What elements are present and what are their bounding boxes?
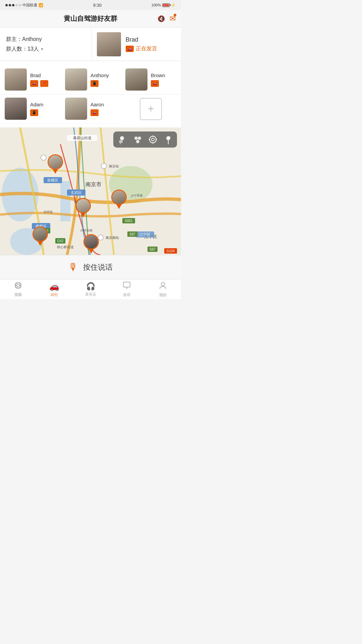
pin-face-1 (49, 155, 62, 169)
member-icons-brad: 🚗 🚩 (30, 80, 48, 87)
nav-item-travel[interactable]: 🚗 出行 (36, 279, 72, 299)
member-cell-aaron[interactable]: Aaron 🚗 (60, 94, 121, 123)
dot1 (5, 4, 8, 6)
dot5 (19, 4, 21, 6)
pin-triangle-1 (53, 169, 58, 174)
car-icon-brown: 🚗 (151, 80, 159, 87)
car-icon-brad: 🚗 (30, 80, 38, 87)
avatar-image-brad (5, 68, 27, 91)
svg-point-9 (101, 163, 107, 169)
speaker-avatar-image (97, 32, 121, 56)
nav-item-chat[interactable]: 会话 (109, 279, 145, 299)
member-cell-brown[interactable]: Brown 🚗 (121, 65, 181, 94)
speaker-status: 🚗 正在发言 (126, 45, 157, 52)
carrier-label: 中国联通 (22, 3, 37, 8)
mail-icon[interactable]: ✉ (170, 14, 176, 23)
member-icons-brown: 🚗 (151, 80, 165, 87)
chevron-down-icon[interactable]: ▾ (41, 46, 43, 52)
member-avatar-brown (125, 68, 147, 91)
battery-percent: 100% (152, 3, 161, 7)
members-grid: Brad 🚗 🚩 Anthony 📱 (0, 65, 181, 123)
nav-label-chat: 会话 (123, 292, 130, 297)
pin-avatar-5 (83, 234, 99, 250)
page-title: 黄山自驾游好友群 (64, 14, 117, 23)
map-pin-2[interactable] (111, 190, 127, 209)
member-info-adam: Adam 📱 (30, 102, 43, 116)
map-pin-4[interactable] (33, 226, 48, 246)
nav-label-me: 我的 (159, 292, 167, 298)
member-avatar-adam (5, 98, 27, 120)
member-avatar-brad (5, 68, 27, 91)
map-container[interactable]: 幕府山街道 南京北站 南京站 鼓楼区 玄武区 秦淮 南京市 建邺区 江宁区 江宁… (0, 127, 181, 255)
add-member-button[interactable]: + (140, 98, 162, 120)
map-ctrl-person-pin[interactable] (116, 133, 128, 146)
svg-text:G104: G104 (167, 249, 175, 253)
svg-point-53 (15, 283, 17, 285)
member-cell-adam[interactable]: Adam 📱 (0, 94, 60, 123)
svg-text:S87: S87 (129, 232, 135, 236)
avatar-image-aaron (65, 98, 87, 120)
member-icons-anthony: 📱 (90, 80, 109, 87)
group-count-label: 群人数：13人 ▾ (6, 46, 85, 53)
pin-triangle-4 (38, 241, 43, 246)
nav-item-video[interactable]: 视频 (0, 279, 36, 299)
pin-avatar-2 (111, 190, 127, 205)
status-right: 100% ⚡ (152, 3, 176, 7)
avatar-image-brown (125, 68, 147, 91)
mail-notification-dot (174, 14, 176, 16)
battery-fill (163, 4, 169, 6)
map-pin-1[interactable] (48, 154, 63, 174)
push-to-talk-bar[interactable]: 🎙 按住说话 (0, 255, 181, 279)
pin-face-4 (34, 227, 47, 241)
music-icon: 🎧 (86, 282, 95, 291)
bolt-icon: ⚡ (171, 3, 176, 7)
map-pin-5[interactable] (83, 234, 99, 254)
svg-text:江宁区: 江宁区 (139, 232, 150, 236)
svg-point-41 (119, 140, 122, 143)
member-cell-brad[interactable]: Brad 🚗 🚩 (0, 65, 60, 94)
nav-label-video: 视频 (14, 292, 22, 297)
dot2 (9, 4, 11, 6)
member-info-brad: Brad 🚗 🚩 (30, 72, 48, 87)
speaker-name: Brad (126, 36, 157, 43)
map-ctrl-group[interactable] (131, 133, 143, 146)
nav-label-travel: 出行 (51, 292, 58, 297)
map-pin-3[interactable] (75, 198, 91, 217)
mute-icon[interactable]: 🔇 (158, 15, 165, 22)
status-bar: 中国联通 📶 9:30 100% ⚡ (0, 0, 181, 10)
group-owner-label: 群主：Anthony (6, 36, 85, 43)
dot3 (12, 4, 14, 6)
svg-point-40 (120, 136, 124, 140)
member-name-anthony: Anthony (90, 72, 109, 78)
avatar-image-anthony (65, 68, 87, 91)
svg-text:S87: S87 (149, 248, 156, 251)
flag-icon-brad: 🚩 (40, 80, 48, 87)
svg-text:南京市: 南京市 (85, 181, 102, 187)
group-info-bar: 群主：Anthony 群人数：13人 ▾ Brad 🚗 正在发言 (0, 28, 181, 61)
svg-text:内环东路: 内环东路 (80, 229, 93, 232)
car-icon-aaron: 🚗 (90, 109, 99, 116)
pin-face-5 (84, 235, 98, 249)
svg-point-43 (138, 137, 141, 140)
phone-icon-anthony: 📱 (90, 80, 99, 87)
map-ctrl-flag-person[interactable] (162, 133, 174, 146)
member-avatar-anthony (65, 68, 87, 91)
member-cell-anthony[interactable]: Anthony 📱 (60, 65, 121, 94)
member-name-brown: Brown (151, 72, 165, 78)
member-name-brad: Brad (30, 72, 48, 78)
bottom-nav: 视频 🚗 出行 🎧 音乐云 会话 我的 (0, 279, 181, 299)
svg-text:南京南站: 南京南站 (106, 236, 119, 239)
nav-item-me[interactable]: 我的 (145, 279, 181, 299)
svg-point-46 (152, 138, 154, 141)
svg-text:南京站: 南京站 (109, 164, 119, 168)
travel-icon: 🚗 (49, 282, 59, 291)
map-ctrl-target[interactable] (147, 133, 159, 146)
svg-point-55 (15, 286, 17, 288)
member-name-aaron: Aaron (90, 102, 104, 107)
member-icons-adam: 📱 (30, 109, 43, 116)
svg-text:内环线: 内环线 (44, 210, 53, 214)
phone-icon-adam: 📱 (30, 109, 38, 116)
nav-item-music[interactable]: 🎧 音乐云 (72, 279, 109, 299)
group-meta: 群主：Anthony 群人数：13人 ▾ (0, 28, 92, 61)
group-speaker-panel: Brad 🚗 正在发言 (92, 28, 181, 61)
